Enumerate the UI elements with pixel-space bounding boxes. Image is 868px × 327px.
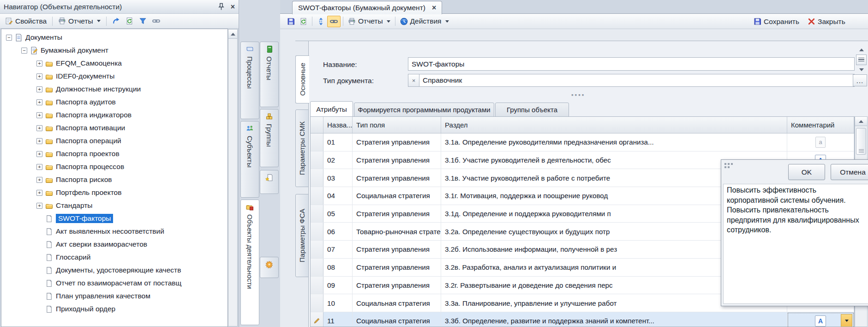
- cell-number[interactable]: 02: [323, 151, 353, 169]
- side-tab-группы[interactable]: Группы: [260, 109, 279, 167]
- tree-item[interactable]: +EFQM_Самооценка: [1, 57, 227, 70]
- comment-dropdown-button[interactable]: [841, 314, 852, 327]
- tree-item[interactable]: +Паспорта мотивации: [1, 121, 227, 134]
- expand-expander-icon[interactable]: +: [36, 203, 42, 209]
- cell-number[interactable]: 08: [323, 259, 353, 276]
- form-scroll-down-button[interactable]: [856, 67, 867, 73]
- section-tab[interactable]: Атрибуты: [310, 101, 353, 117]
- refresh-button[interactable]: [297, 16, 310, 27]
- cell-field-type[interactable]: Социальная стратегия: [353, 294, 441, 312]
- side-tab-объекты-деятельности[interactable]: Объекты деятельности: [240, 200, 259, 325]
- properties-button[interactable]: Свойства: [3, 16, 49, 27]
- cell-section[interactable]: 3.1а. Определение руководителями предназ…: [441, 133, 787, 151]
- side-tab[interactable]: [260, 170, 279, 194]
- cell-field-type[interactable]: Стратегия управления: [353, 133, 441, 151]
- goto-button[interactable]: [110, 16, 122, 26]
- cell-number[interactable]: 10: [323, 294, 353, 312]
- grid-header-cell[interactable]: Тип поля: [353, 117, 441, 133]
- reports-button[interactable]: Отчеты: [56, 16, 103, 27]
- section-tab[interactable]: Формируется программными продуктами: [354, 103, 494, 117]
- expand-expander-icon[interactable]: +: [36, 86, 42, 92]
- cancel-button[interactable]: Отмена: [831, 164, 868, 180]
- tree-item[interactable]: +Паспорта проектов: [1, 147, 227, 160]
- grid-header-cell[interactable]: Раздел: [441, 117, 787, 133]
- cell-field-type[interactable]: Стратегия управления: [353, 241, 441, 258]
- expand-expander-icon[interactable]: +: [36, 138, 42, 144]
- filter-button[interactable]: [137, 16, 149, 26]
- row-selector-cell[interactable]: [311, 169, 323, 187]
- name-input[interactable]: [408, 57, 855, 71]
- row-selector-cell[interactable]: [311, 205, 323, 223]
- tree-item[interactable]: +Паспорта индикаторов: [1, 109, 227, 121]
- tree-item[interactable]: +Паспорта операций: [1, 134, 227, 147]
- expand-expander-icon[interactable]: +: [36, 164, 42, 170]
- splitter-handle[interactable]: ▪▪▪▪: [571, 91, 585, 98]
- row-selector-cell[interactable]: [311, 259, 323, 276]
- cell-field-type[interactable]: Стратегия управления: [353, 277, 441, 294]
- tree-item[interactable]: Акт выявленных несоответствий: [1, 225, 227, 238]
- close-document-button[interactable]: Закрыть: [805, 16, 848, 27]
- scroll-up-button[interactable]: [855, 117, 867, 126]
- cell-number[interactable]: 03: [323, 169, 353, 187]
- table-row[interactable]: 11Социальная стратегия3.3б. Определение,…: [311, 312, 854, 327]
- side-tab-субъекты[interactable]: Субъекты: [240, 121, 259, 198]
- tree-item[interactable]: +Паспорта процессов: [1, 160, 227, 173]
- tree-item[interactable]: Приходный ордер: [1, 303, 227, 315]
- browse-button[interactable]: ...: [853, 74, 867, 86]
- cell-field-type[interactable]: Товарно-рыночная стратегия: [353, 223, 441, 240]
- scroll-up-button[interactable]: [228, 30, 237, 39]
- cell-number[interactable]: 04: [323, 187, 353, 205]
- side-tab-отчеты[interactable]: Отчеты: [260, 42, 279, 107]
- tree-item[interactable]: +Стандарты: [1, 199, 227, 212]
- cell-field-type[interactable]: Стратегия управления: [353, 151, 441, 169]
- cell-field-type[interactable]: Стратегия управления: [353, 259, 441, 276]
- save-button[interactable]: [285, 16, 297, 27]
- row-selector-cell[interactable]: [311, 312, 323, 327]
- cell-comment[interactable]: A: [787, 312, 854, 327]
- actions-button[interactable]: Действия: [398, 16, 451, 27]
- collapse-expander-icon[interactable]: −: [21, 48, 27, 54]
- tree-item[interactable]: +Паспорта рисков: [1, 173, 227, 186]
- clear-type-button[interactable]: ×: [408, 74, 419, 87]
- expand-expander-icon[interactable]: +: [36, 190, 42, 196]
- tree-item[interactable]: Документы, удостоверяющие качеств: [1, 264, 227, 277]
- collapse-expander-icon[interactable]: −: [6, 35, 12, 41]
- comment-text-editor[interactable]: Повысить эффективность корпоративной сис…: [723, 184, 868, 304]
- row-selector-cell[interactable]: [311, 294, 323, 312]
- form-scroll-up-button[interactable]: [856, 46, 867, 54]
- refresh-button[interactable]: [123, 16, 136, 26]
- expand-expander-icon[interactable]: +: [36, 177, 42, 183]
- cell-section[interactable]: 3.3б. Определение, развитие и поддержка …: [441, 312, 787, 327]
- cell-field-type[interactable]: Стратегия управления: [353, 205, 441, 223]
- cell-number[interactable]: 07: [323, 241, 353, 258]
- customize-layout-button[interactable]: [856, 54, 867, 65]
- row-selector-cell[interactable]: [311, 151, 323, 169]
- row-selector-cell[interactable]: [311, 133, 323, 151]
- tree-item[interactable]: +Должностные инструкции: [1, 83, 227, 96]
- tree-item[interactable]: План управления качеством: [1, 290, 227, 303]
- side-tab[interactable]: [260, 257, 279, 278]
- document-tab[interactable]: SWOT-факторы (Бумажный документ) ×: [292, 1, 442, 14]
- tree-item[interactable]: +Портфель проектов: [1, 186, 227, 199]
- cell-comment[interactable]: a: [787, 133, 854, 151]
- resize-grip-icon[interactable]: [724, 163, 726, 165]
- expand-expander-icon[interactable]: +: [36, 151, 42, 157]
- tree-item[interactable]: Отчет по взаиморасчетам от поставщ: [1, 277, 227, 290]
- row-selector-cell[interactable]: [311, 277, 323, 294]
- cell-number[interactable]: 06: [323, 223, 353, 240]
- cell-field-type[interactable]: Социальная стратегия: [353, 312, 441, 327]
- side-tab-процессы[interactable]: Процессы: [240, 42, 259, 119]
- tree-item[interactable]: −Документы: [1, 31, 227, 44]
- link-toggle-button[interactable]: [327, 16, 341, 27]
- save-document-button[interactable]: Сохранить: [751, 16, 802, 27]
- expand-expander-icon[interactable]: +: [36, 112, 42, 118]
- reports-button[interactable]: Отчеты: [346, 16, 393, 27]
- row-selector-cell[interactable]: [311, 241, 323, 258]
- expand-expander-icon[interactable]: +: [36, 61, 42, 67]
- tree-item[interactable]: +IDEF0-документы: [1, 70, 227, 83]
- scrollbar-thumb[interactable]: [856, 128, 866, 155]
- expand-expander-icon[interactable]: +: [36, 99, 42, 105]
- tab-close-icon[interactable]: ×: [432, 5, 436, 11]
- expand-collapse-button[interactable]: [315, 16, 327, 27]
- tree-item[interactable]: Акт сверки взаиморасчетов: [1, 238, 227, 251]
